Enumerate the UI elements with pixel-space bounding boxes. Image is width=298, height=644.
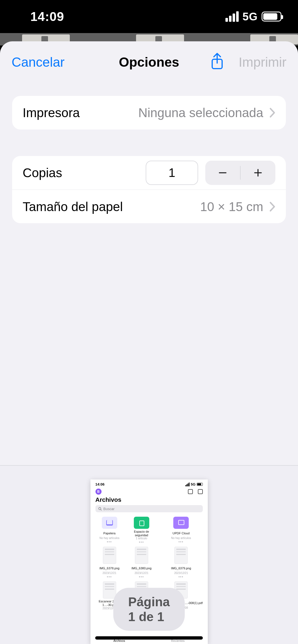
thumb-search-field: Buscar [95,505,203,512]
chevron-right-icon [269,107,275,118]
plus-icon [252,167,264,178]
trash-folder-icon [102,517,117,529]
print-settings-group: Copias 1 Tamaño del papel [12,156,286,223]
file-thumb-icon [103,581,116,599]
copies-row: Copias 1 [12,156,286,190]
thumb-folder: UPDF Cloud No hay artículos ••• [159,517,203,544]
thumb-title: Archivos [91,495,208,505]
svg-point-1 [99,507,101,510]
thumb-file: IMG_6380.png 2023/12/21 ••• [127,547,156,579]
cancel-button[interactable]: Cancelar [12,55,65,70]
status-bar: 14:09 5G [0,0,298,33]
share-icon [210,53,224,70]
thumb-header: B [91,486,208,495]
copies-count-field[interactable]: 1 [146,161,198,185]
thumb-status-bar: 14:06 5G [91,479,208,486]
thumb-search-placeholder: Buscar [103,507,115,511]
cloud-folder-icon [173,517,189,529]
sheet-header: Cancelar Opciones Imprimir [0,41,298,83]
battery-icon [262,12,281,21]
printer-row[interactable]: Impresora Ninguna seleccionada [12,96,286,130]
thumb-file: IMG_6378.png 2023/12/21 ••• [95,547,124,579]
file-thumb-icon [135,547,148,564]
network-type: 5G [243,10,258,23]
status-time: 14:09 [30,9,64,24]
printer-label: Impresora [23,105,80,120]
print-button: Imprimir [239,55,286,70]
page-thumbnail[interactable]: 14:06 5G B Archivos Buscar [91,479,208,644]
thumb-avatar: B [95,489,102,495]
paper-size-label: Tamaño del papel [23,199,123,214]
file-thumb-icon [103,547,116,564]
thumb-select-icon [198,489,203,494]
paper-size-value: 10 × 15 cm [200,199,263,214]
thumb-time: 14:06 [95,482,105,486]
status-indicators: 5G [225,10,281,23]
thumb-signal-icon [185,483,190,486]
printer-group: Impresora Ninguna seleccionada [12,96,286,130]
thumb-folder: Espacio de seguridad 1 artículo ••• [127,517,156,544]
thumb-folder: Papelera No hay artículos ••• [95,517,124,544]
copies-label: Copias [23,165,62,180]
printer-value: Ninguna seleccionada [138,105,263,120]
print-options-sheet: Cancelar Opciones Imprimir Impresora Nin… [0,41,298,644]
file-thumb-icon [174,547,188,564]
paper-size-row[interactable]: Tamaño del papel 10 × 15 cm [12,190,286,223]
thumb-grid-view-icon [188,489,193,494]
page-indicator-pill: Página 1 de 1 [113,588,185,631]
thumb-battery-icon [197,483,203,486]
share-button[interactable] [210,53,224,71]
minus-icon [217,167,228,178]
copies-stepper [205,161,275,185]
cellular-signal-icon [225,11,239,22]
copies-increment-button[interactable] [241,161,275,185]
print-preview-area: 14:06 5G B Archivos Buscar [0,465,298,644]
copies-decrement-button[interactable] [205,161,240,185]
thumb-search-icon [98,507,102,511]
thumb-file: IMG_6379.png 2023/12/21 ••• [159,547,203,579]
home-indicator[interactable] [95,636,203,640]
secure-folder-icon [134,517,149,529]
chevron-right-icon [269,201,275,212]
thumb-network: 5G [191,482,195,486]
